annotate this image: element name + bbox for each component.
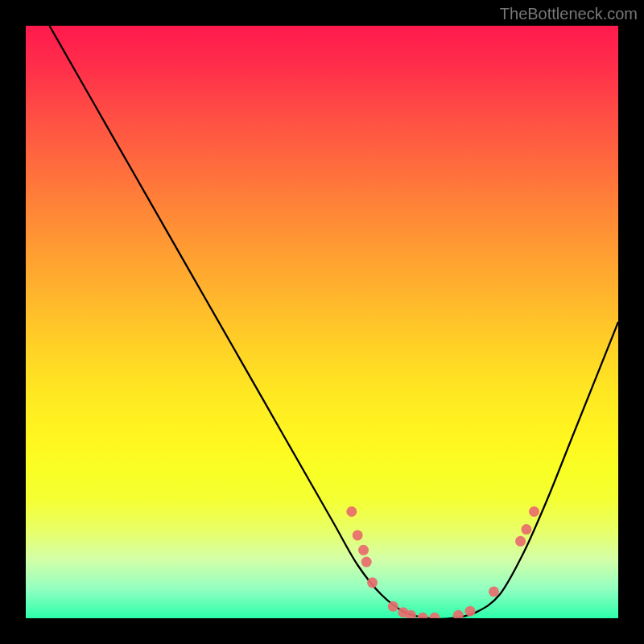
data-point-marker — [346, 506, 357, 517]
marker-group — [346, 506, 539, 618]
chart-svg — [26, 26, 618, 618]
data-point-marker — [353, 530, 363, 540]
bottleneck-curve — [49, 26, 618, 618]
data-point-marker — [358, 545, 369, 555]
attribution-text: TheBottleneck.com — [500, 5, 638, 23]
data-point-marker — [361, 557, 372, 568]
data-point-marker — [429, 613, 440, 618]
data-point-marker — [521, 524, 531, 535]
data-point-marker — [367, 577, 378, 588]
data-point-marker — [529, 506, 539, 517]
data-point-marker — [489, 586, 499, 597]
plot-area — [26, 26, 618, 618]
data-point-marker — [418, 613, 428, 618]
data-point-marker — [465, 606, 476, 617]
data-point-marker — [515, 536, 526, 547]
chart-frame: TheBottleneck.com — [0, 0, 644, 644]
data-point-marker — [388, 601, 398, 612]
data-point-marker — [453, 610, 464, 618]
curve-group — [49, 26, 618, 618]
